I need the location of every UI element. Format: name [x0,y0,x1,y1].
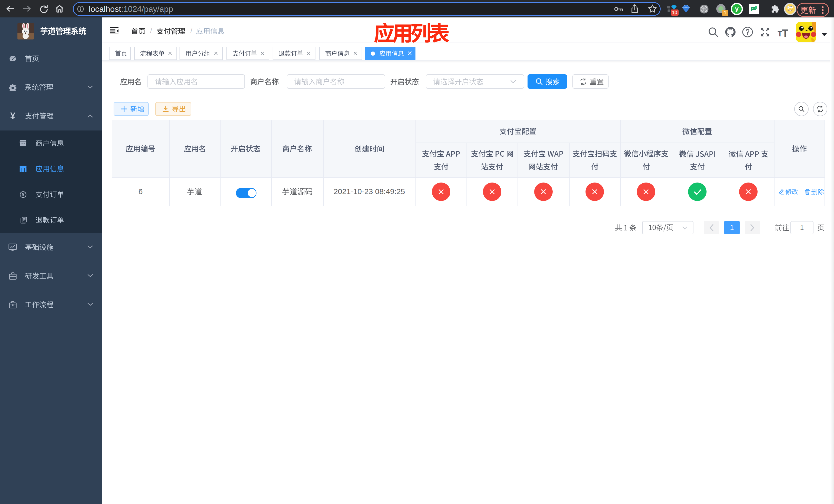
svg-text:T: T [782,28,788,37]
svg-text:T: T [777,29,782,37]
svg-text:y: y [735,5,739,13]
